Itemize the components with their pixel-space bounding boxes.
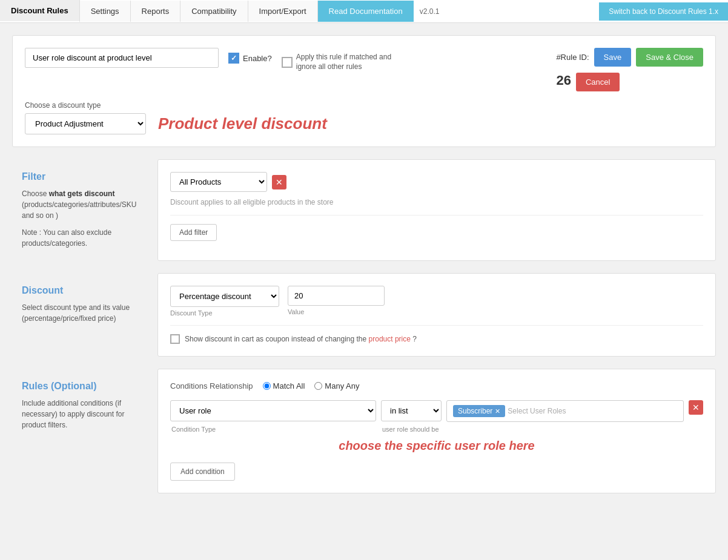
rules-title: Rules (Optional) [22,381,148,392]
filter-title: Filter [22,171,148,182]
discount-value-input[interactable] [288,286,385,306]
tab-settings[interactable]: Settings [80,1,131,22]
match-all-radio[interactable]: Match All [263,381,305,390]
product-price-span: product price [369,335,411,343]
switch-version-button[interactable]: Switch back to Discount Rules 1.x [599,2,728,21]
filter-hint: Discount applies to all eligible product… [170,198,703,206]
save-button[interactable]: Save [594,48,632,67]
filter-note: Note : You can also exclude products/cat… [22,227,148,249]
enable-group: Enable? [228,53,272,64]
enable-label: Enable? [243,54,272,63]
tab-discount-rules[interactable]: Discount Rules [0,0,80,22]
select-roles-placeholder: Select User Roles [508,407,566,415]
condition-type-label: Condition Type [171,426,377,433]
rules-right: Conditions Relationship Match All Many A… [157,369,716,493]
condition-col-labels: Condition Type user role should be [170,426,703,433]
discount-type-selector[interactable]: Percentage discount Fixed discount Fixed… [170,286,279,307]
read-documentation-button[interactable]: Read Documentation [318,1,414,22]
filter-left: Filter Choose what gets discount (produc… [12,159,157,261]
version-label: v2.0.1 [414,7,446,16]
rules-section: Rules (Optional) Include additional cond… [12,369,716,493]
top-nav: Discount Rules Settings Reports Compatib… [0,0,728,23]
discount-type-col: Percentage discount Fixed discount Fixed… [170,286,279,317]
discount-type-section: Choose a discount type Product Adjustmen… [25,101,703,134]
subscriber-tag-remove[interactable]: ✕ [495,407,500,415]
tab-import-export[interactable]: Import/Export [248,1,318,22]
rule-header-card: Enable? Apply this rule if matched and i… [12,35,716,147]
conditions-rel-label: Conditions Relationship [170,381,253,390]
apply-rule-label: Apply this rule if matched and ignore al… [296,53,393,71]
condition-value-field[interactable]: Subscriber ✕ Select User Roles [446,400,684,422]
subscriber-tag-label: Subscriber [458,407,492,415]
subscriber-tag: Subscriber ✕ [453,405,505,417]
rule-id-group: #Rule ID: Save Save & Close 26 Cancel [556,48,703,91]
apply-rule-group: Apply this rule if matched and ignore al… [282,53,393,71]
discount-type-field-label: Discount Type [170,309,279,317]
main-content: Enable? Apply this rule if matched and i… [0,23,728,518]
many-any-label: Many Any [325,381,359,390]
product-level-text: Product level discount [158,114,327,133]
tab-reports[interactable]: Reports [131,1,181,22]
rules-desc: Include additional conditions (if necess… [22,398,148,430]
discount-left: Discount Select discount type and its va… [12,273,157,357]
condition-row: User role User email Product quantity Ca… [170,400,703,422]
filter-row: All Products Specific Products Product C… [170,172,703,192]
discount-row: Percentage discount Fixed discount Fixed… [170,286,703,317]
add-condition-button[interactable]: Add condition [170,463,235,481]
filter-select[interactable]: All Products Specific Products Product C… [170,172,267,192]
many-any-radio[interactable]: Many Any [314,381,359,390]
apply-rule-checkbox[interactable] [282,57,293,68]
discount-right: Percentage discount Fixed discount Fixed… [157,273,716,357]
condition-remove-button[interactable]: ✕ [689,400,703,415]
condition-operator-select[interactable]: in list not in list [381,400,442,421]
match-all-label: Match All [273,381,305,390]
rule-title-input[interactable] [25,48,219,68]
cancel-button[interactable]: Cancel [576,73,620,91]
conditions-relationship: Conditions Relationship Match All Many A… [170,381,703,390]
add-filter-button[interactable]: Add filter [170,224,217,241]
rule-id-number: 26 [556,73,571,88]
rule-id-label: #Rule ID: [556,53,589,62]
match-all-radio-input[interactable] [263,382,271,390]
tab-compatibility[interactable]: Compatibility [180,1,248,22]
discount-type-label: Choose a discount type [25,101,703,110]
choose-role-hint: choose the specific user role here [170,439,703,453]
filter-desc: Choose what gets discount (products/cate… [22,188,148,221]
many-any-radio-input[interactable] [314,382,322,390]
filter-right: All Products Specific Products Product C… [157,159,716,261]
coupon-row: Show discount in cart as coupon instead … [170,334,703,344]
rules-left: Rules (Optional) Include additional cond… [12,369,157,493]
condition-type-select[interactable]: User role User email Product quantity Ca… [170,400,376,421]
enable-checkbox[interactable] [228,53,239,64]
discount-value-col: Value [288,286,385,315]
user-role-should-be-label: user role should be [382,426,443,433]
discount-section: Discount Select discount type and its va… [12,273,716,357]
discount-title: Discount [22,285,148,296]
filter-remove-button[interactable]: ✕ [272,175,286,189]
save-close-button[interactable]: Save & Close [636,48,703,67]
coupon-label: Show discount in cart as coupon instead … [185,335,417,343]
discount-value-field-label: Value [288,308,385,315]
rule-header: Enable? Apply this rule if matched and i… [25,48,703,91]
discount-type-select[interactable]: Product Adjustment Cart Discount Fixed P… [25,113,146,134]
coupon-checkbox[interactable] [170,334,180,344]
discount-desc: Select discount type and its value (perc… [22,302,148,324]
filter-section: Filter Choose what gets discount (produc… [12,159,716,261]
